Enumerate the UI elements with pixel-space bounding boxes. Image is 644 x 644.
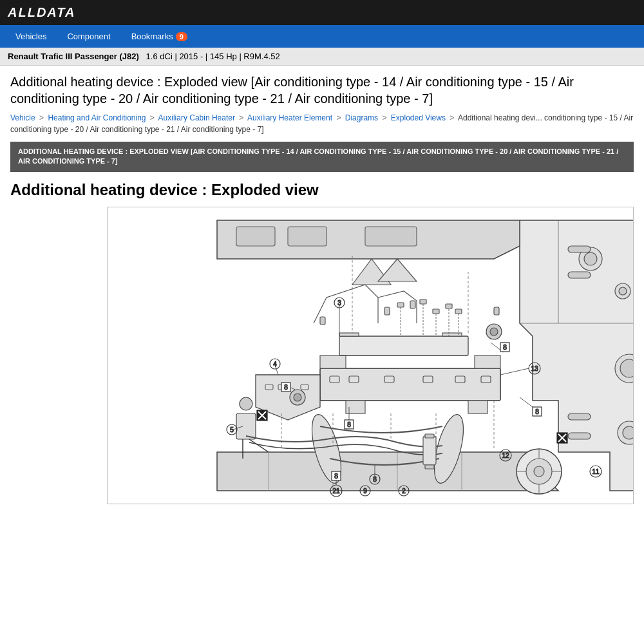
svg-point-10 [623,426,634,439]
top-bar: ALLDATA [0,0,644,25]
svg-rect-100 [455,309,462,314]
svg-rect-114 [384,307,390,315]
svg-point-109 [294,393,301,401]
breadcrumb-heater-element[interactable]: Auxiliary Heater Element [247,113,332,122]
svg-rect-32 [468,401,488,413]
svg-text:8: 8 [284,384,288,391]
svg-rect-112 [320,317,325,325]
breadcrumb-diagrams[interactable]: Diagrams [345,113,378,122]
svg-rect-22 [320,368,500,401]
svg-rect-33 [339,336,468,355]
section-heading: Additional heating device : Exploded vie… [10,181,634,199]
exploded-view-diagram: 3 8 8 8 8 4 [108,207,634,504]
svg-text:12: 12 [502,452,509,459]
nav-component[interactable]: Component [57,25,120,48]
svg-text:3: 3 [337,299,341,307]
svg-text:8: 8 [334,473,338,480]
breadcrumb-vehicle[interactable]: Vehicle [10,113,35,122]
svg-point-42 [240,397,252,410]
svg-rect-41 [236,413,256,439]
svg-rect-116 [423,436,436,465]
svg-rect-34 [339,333,359,336]
svg-rect-11 [568,246,591,252]
svg-rect-12 [568,272,591,278]
svg-point-121 [534,466,544,477]
svg-text:9: 9 [363,488,367,495]
svg-rect-115 [410,301,415,308]
svg-rect-117 [425,434,434,438]
svg-rect-96 [433,309,439,314]
svg-rect-29 [320,355,346,368]
page-banner: ADDITIONAL HEATING DEVICE : EXPLODED VIE… [10,142,634,172]
svg-text:8: 8 [373,476,377,483]
svg-text:2: 2 [402,488,406,495]
page-content: Additional heating device : Exploded vie… [0,66,644,512]
svg-rect-94 [420,299,426,304]
svg-rect-14 [568,433,591,439]
svg-point-6 [619,287,627,295]
svg-text:13: 13 [531,365,538,372]
svg-rect-92 [397,303,404,307]
vehicle-bar: Renault Trafic III Passenger (J82) 1.6 d… [0,48,644,66]
nav-vehicles[interactable]: Vehicles [5,25,57,48]
svg-rect-98 [446,304,452,308]
svg-rect-21 [365,227,417,246]
svg-rect-30 [475,355,500,368]
vehicle-spec: 1.6 dCi | 2015 - | 145 Hp | R9M.4.52 [146,52,280,61]
svg-rect-31 [346,401,365,413]
page-title: Additional heating device : Exploded vie… [10,73,634,107]
nav-bookmarks[interactable]: Bookmarks 9 [121,25,198,48]
breadcrumb: Vehicle > Heating and Air Conditioning >… [10,112,634,135]
bookmarks-badge: 9 [176,32,187,41]
svg-rect-113 [494,307,499,315]
vehicle-model: Renault Trafic III Passenger (J82) [8,52,139,61]
svg-rect-19 [236,227,275,246]
svg-point-111 [490,328,498,336]
banner-text: ADDITIONAL HEATING DEVICE : EXPLODED VIE… [18,147,618,165]
svg-text:21: 21 [332,488,340,495]
svg-rect-118 [425,465,434,469]
breadcrumb-cabin-heater[interactable]: Auxiliary Cabin Heater [158,113,235,122]
navigation-bar: Vehicles Component Bookmarks 9 [0,25,644,48]
svg-point-4 [584,252,597,265]
breadcrumb-heating[interactable]: Heating and Air Conditioning [48,113,146,122]
svg-rect-35 [442,333,462,336]
alldata-logo: ALLDATA [8,5,75,20]
svg-rect-13 [568,413,591,420]
svg-text:4: 4 [273,361,277,368]
svg-text:8: 8 [535,408,539,415]
breadcrumb-exploded-views[interactable]: Exploded Views [391,113,446,122]
svg-text:8: 8 [347,421,351,428]
svg-text:11: 11 [592,468,600,475]
svg-text:8: 8 [503,344,507,351]
diagram-container: 3 8 8 8 8 4 [107,207,634,504]
svg-text:5: 5 [230,426,234,433]
svg-rect-20 [288,227,327,246]
